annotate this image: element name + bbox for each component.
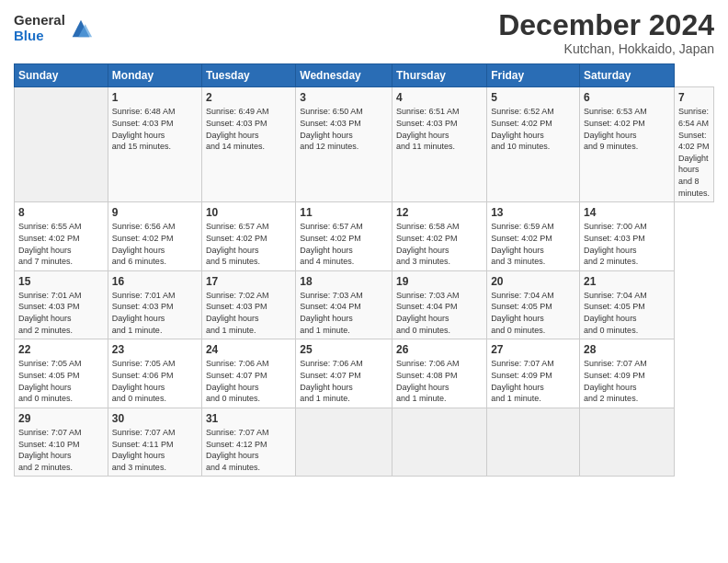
table-row: 1Sunrise: 6:48 AMSunset: 4:03 PMDaylight… [108, 87, 201, 202]
day-info: Sunrise: 7:03 AMSunset: 4:04 PMDaylight … [300, 290, 388, 336]
header-monday: Monday [108, 64, 201, 87]
table-row: 16Sunrise: 7:01 AMSunset: 4:03 PMDayligh… [108, 270, 201, 339]
day-number: 8 [18, 205, 104, 220]
header-saturday: Saturday [580, 64, 675, 87]
day-number: 23 [112, 342, 198, 357]
logo-icon [68, 16, 94, 41]
day-number: 11 [300, 205, 388, 220]
day-number: 28 [584, 342, 670, 357]
logo-blue: Blue [14, 29, 65, 44]
table-row: 29Sunrise: 7:07 AMSunset: 4:10 PMDayligh… [15, 408, 108, 477]
page-container: General Blue December 2024 Kutchan, Hokk… [0, 0, 728, 486]
table-row: 11Sunrise: 6:57 AMSunset: 4:02 PMDayligh… [296, 202, 392, 271]
table-row [392, 408, 486, 477]
day-number: 9 [112, 205, 198, 220]
table-row: 12Sunrise: 6:58 AMSunset: 4:02 PMDayligh… [392, 202, 486, 271]
day-number: 20 [491, 274, 575, 289]
table-row: 30Sunrise: 7:07 AMSunset: 4:11 PMDayligh… [108, 408, 201, 477]
day-info: Sunrise: 6:49 AMSunset: 4:03 PMDaylight … [206, 106, 291, 152]
table-row: 31Sunrise: 7:07 AMSunset: 4:12 PMDayligh… [201, 408, 295, 477]
day-number: 2 [206, 90, 291, 105]
table-row [487, 408, 580, 477]
day-info: Sunrise: 6:52 AMSunset: 4:02 PMDaylight … [491, 106, 575, 152]
day-number: 3 [300, 90, 388, 105]
day-number: 19 [396, 274, 483, 289]
table-row: 26Sunrise: 7:06 AMSunset: 4:08 PMDayligh… [392, 339, 486, 408]
day-info: Sunrise: 6:59 AMSunset: 4:02 PMDaylight … [491, 221, 575, 267]
day-info: Sunrise: 7:06 AMSunset: 4:07 PMDaylight … [300, 358, 388, 404]
header-friday: Friday [487, 64, 580, 87]
table-row: 19Sunrise: 7:03 AMSunset: 4:04 PMDayligh… [392, 270, 486, 339]
empty-cell [15, 87, 108, 202]
calendar-header: Sunday Monday Tuesday Wednesday Thursday… [15, 64, 714, 87]
table-row: 14Sunrise: 7:00 AMSunset: 4:03 PMDayligh… [580, 202, 675, 271]
table-row: 24Sunrise: 7:06 AMSunset: 4:07 PMDayligh… [201, 339, 295, 408]
table-row [296, 408, 392, 477]
calendar-table: Sunday Monday Tuesday Wednesday Thursday… [14, 63, 714, 477]
table-row: 15Sunrise: 7:01 AMSunset: 4:03 PMDayligh… [15, 270, 108, 339]
header-tuesday: Tuesday [201, 64, 295, 87]
day-info: Sunrise: 7:01 AMSunset: 4:03 PMDaylight … [112, 290, 198, 336]
day-info: Sunrise: 6:51 AMSunset: 4:03 PMDaylight … [396, 106, 483, 152]
day-info: Sunrise: 7:03 AMSunset: 4:04 PMDaylight … [396, 290, 483, 336]
day-info: Sunrise: 7:05 AMSunset: 4:06 PMDaylight … [112, 358, 198, 404]
day-info: Sunrise: 7:06 AMSunset: 4:08 PMDaylight … [396, 358, 483, 404]
day-info: Sunrise: 7:02 AMSunset: 4:03 PMDaylight … [206, 290, 291, 336]
day-number: 30 [112, 411, 198, 426]
day-info: Sunrise: 6:54 AMSunset: 4:02 PMDaylight … [678, 106, 710, 199]
day-info: Sunrise: 7:07 AMSunset: 4:09 PMDaylight … [491, 358, 575, 404]
day-number: 18 [300, 274, 388, 289]
day-info: Sunrise: 6:50 AMSunset: 4:03 PMDaylight … [300, 106, 388, 152]
logo-general: General [14, 13, 65, 29]
calendar-body: 1Sunrise: 6:48 AMSunset: 4:03 PMDaylight… [15, 87, 714, 477]
location: Kutchan, Hokkaido, Japan [498, 41, 714, 56]
table-row [580, 408, 675, 477]
day-number: 16 [112, 274, 198, 289]
day-info: Sunrise: 6:53 AMSunset: 4:02 PMDaylight … [584, 106, 670, 152]
day-info: Sunrise: 6:55 AMSunset: 4:02 PMDaylight … [18, 221, 104, 267]
day-info: Sunrise: 6:56 AMSunset: 4:02 PMDaylight … [112, 221, 198, 267]
table-row: 6Sunrise: 6:53 AMSunset: 4:02 PMDaylight… [580, 87, 675, 202]
day-number: 12 [396, 205, 483, 220]
day-number: 14 [584, 205, 670, 220]
day-info: Sunrise: 6:57 AMSunset: 4:02 PMDaylight … [206, 221, 291, 267]
table-row: 5Sunrise: 6:52 AMSunset: 4:02 PMDaylight… [487, 87, 580, 202]
day-info: Sunrise: 7:07 AMSunset: 4:10 PMDaylight … [18, 427, 104, 473]
day-number: 7 [678, 90, 710, 105]
day-number: 15 [18, 274, 104, 289]
day-number: 21 [584, 274, 670, 289]
day-number: 13 [491, 205, 575, 220]
table-row: 8Sunrise: 6:55 AMSunset: 4:02 PMDaylight… [15, 202, 108, 271]
day-number: 24 [206, 342, 291, 357]
day-number: 4 [396, 90, 483, 105]
table-row: 7Sunrise: 6:54 AMSunset: 4:02 PMDaylight… [674, 87, 713, 202]
table-row: 18Sunrise: 7:03 AMSunset: 4:04 PMDayligh… [296, 270, 392, 339]
day-info: Sunrise: 6:58 AMSunset: 4:02 PMDaylight … [396, 221, 483, 267]
header-wednesday: Wednesday [296, 64, 392, 87]
header: General Blue December 2024 Kutchan, Hokk… [14, 9, 714, 56]
table-row: 21Sunrise: 7:04 AMSunset: 4:05 PMDayligh… [580, 270, 675, 339]
table-row: 27Sunrise: 7:07 AMSunset: 4:09 PMDayligh… [487, 339, 580, 408]
table-row: 3Sunrise: 6:50 AMSunset: 4:03 PMDaylight… [296, 87, 392, 202]
day-number: 25 [300, 342, 388, 357]
header-thursday: Thursday [392, 64, 486, 87]
day-number: 1 [112, 90, 198, 105]
table-row: 9Sunrise: 6:56 AMSunset: 4:02 PMDaylight… [108, 202, 201, 271]
day-number: 6 [584, 90, 670, 105]
day-number: 22 [18, 342, 104, 357]
day-info: Sunrise: 7:01 AMSunset: 4:03 PMDaylight … [18, 290, 104, 336]
title-section: December 2024 Kutchan, Hokkaido, Japan [498, 9, 714, 56]
day-number: 29 [18, 411, 104, 426]
table-row: 2Sunrise: 6:49 AMSunset: 4:03 PMDaylight… [201, 87, 295, 202]
day-info: Sunrise: 7:00 AMSunset: 4:03 PMDaylight … [584, 221, 670, 267]
table-row: 22Sunrise: 7:05 AMSunset: 4:05 PMDayligh… [15, 339, 108, 408]
table-row: 10Sunrise: 6:57 AMSunset: 4:02 PMDayligh… [201, 202, 295, 271]
day-info: Sunrise: 7:07 AMSunset: 4:09 PMDaylight … [584, 358, 670, 404]
table-row: 25Sunrise: 7:06 AMSunset: 4:07 PMDayligh… [296, 339, 392, 408]
day-number: 31 [206, 411, 291, 426]
day-info: Sunrise: 7:07 AMSunset: 4:11 PMDaylight … [112, 427, 198, 473]
day-info: Sunrise: 6:57 AMSunset: 4:02 PMDaylight … [300, 221, 388, 267]
day-info: Sunrise: 6:48 AMSunset: 4:03 PMDaylight … [112, 106, 198, 152]
day-info: Sunrise: 7:04 AMSunset: 4:05 PMDaylight … [584, 290, 670, 336]
table-row: 23Sunrise: 7:05 AMSunset: 4:06 PMDayligh… [108, 339, 201, 408]
